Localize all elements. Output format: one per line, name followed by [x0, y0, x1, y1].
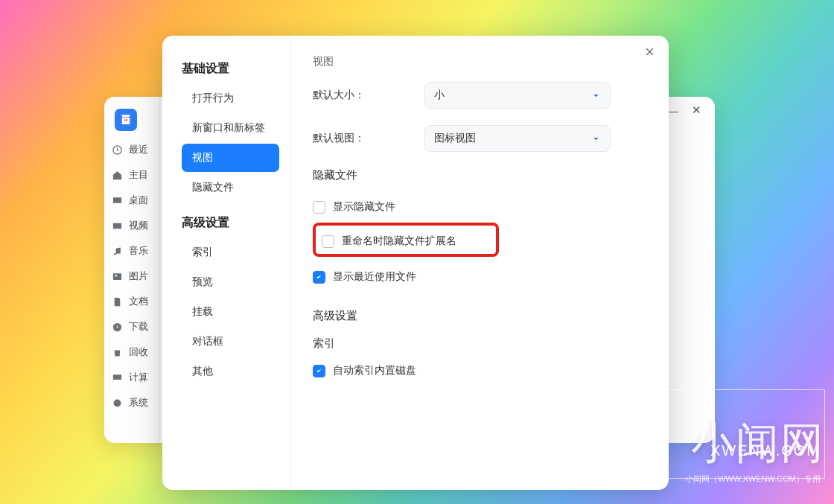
sidebar-item-desktop[interactable]: 桌面 [104, 188, 159, 213]
sidebar-item-label: 回收 [129, 345, 148, 359]
sidebar-item-documents[interactable]: 文档 [104, 289, 159, 314]
select-value: 图标视图 [434, 132, 476, 145]
svg-rect-2 [113, 197, 121, 203]
svg-rect-3 [113, 223, 121, 229]
svg-point-5 [118, 252, 121, 254]
file-manager-sidebar: 最近 主目 桌面 视频 音乐 图片 文档 下载 回收 计算 系统 [104, 97, 160, 443]
sidebar-item-music[interactable]: 音乐 [104, 238, 159, 264]
sidebar-item-label: 文档 [129, 295, 148, 308]
checkbox-label: 重命名时隐藏文件扩展名 [342, 235, 456, 248]
label-default-view: 默认视图： [313, 132, 424, 145]
nav-item-mount[interactable]: 挂载 [182, 298, 279, 326]
nav-item-hidden-files[interactable]: 隐藏文件 [182, 173, 279, 202]
settings-dialog: 基础设置 打开行为 新窗口和新标签 视图 隐藏文件 高级设置 索引 预览 挂载 … [162, 36, 669, 490]
checkbox-label: 显示隐藏文件 [333, 200, 395, 214]
checkbox-hide-ext-on-rename[interactable]: 重命名时隐藏文件扩展名 [322, 232, 490, 251]
sidebar-item-pictures[interactable]: 图片 [104, 264, 159, 289]
nav-item-preview[interactable]: 预览 [182, 268, 279, 296]
checkbox-show-hidden[interactable]: 显示隐藏文件 [313, 196, 646, 223]
sidebar-item-label: 主目 [129, 168, 148, 182]
sidebar-item-trash[interactable]: 回收 [104, 339, 159, 365]
nav-item-index[interactable]: 索引 [182, 238, 279, 267]
nav-item-view[interactable]: 视图 [182, 144, 279, 172]
sidebar-item-label: 系统 [129, 396, 148, 409]
checkbox-label: 自动索引内置磁盘 [333, 364, 416, 377]
highlight-annotation: 重命名时隐藏文件扩展名 [313, 223, 499, 257]
svg-point-4 [114, 253, 116, 255]
select-default-view[interactable]: 图标视图 [424, 125, 611, 152]
watermark-footer: 小闻网（WWW.XWENW.COM）专用 [685, 473, 821, 485]
app-logo-icon [115, 109, 137, 131]
sidebar-item-label: 下载 [129, 320, 148, 334]
svg-rect-9 [113, 374, 121, 380]
svg-point-10 [114, 399, 121, 406]
row-default-size: 默认大小： 小 [313, 82, 646, 109]
svg-rect-6 [113, 273, 121, 280]
nav-group-advanced-title: 高级设置 [182, 215, 279, 231]
sidebar-item-label: 图片 [129, 269, 148, 283]
label-default-size: 默认大小： [313, 89, 424, 102]
select-value: 小 [434, 89, 445, 102]
nav-item-open-behavior[interactable]: 打开行为 [182, 84, 279, 112]
sidebar-item-video[interactable]: 视频 [104, 213, 159, 238]
sidebar-item-label: 音乐 [129, 244, 148, 258]
checkbox-icon[interactable] [313, 271, 325, 284]
checkbox-auto-index[interactable]: 自动索引内置磁盘 [313, 360, 646, 386]
sidebar-item-label: 桌面 [129, 194, 148, 207]
section-advanced-title: 高级设置 [313, 309, 646, 323]
subsection-index-title: 索引 [313, 336, 646, 351]
chevron-down-icon [591, 91, 601, 101]
svg-rect-0 [124, 119, 128, 121]
chevron-down-icon [591, 134, 601, 144]
sidebar-item-label: 计算 [129, 371, 148, 384]
sidebar-item-recent[interactable]: 最近 [104, 137, 159, 162]
sidebar-item-computer[interactable]: 计算 [104, 365, 159, 390]
section-hidden-files-title: 隐藏文件 [313, 168, 646, 182]
nav-item-dialog[interactable]: 对话框 [182, 328, 279, 356]
sidebar-item-label: 视频 [129, 219, 148, 232]
dialog-close-button[interactable] [644, 46, 655, 60]
nav-item-new-window-tab[interactable]: 新窗口和新标签 [182, 114, 279, 142]
settings-content: 视图 默认大小： 小 默认视图： 图标视图 隐藏文件 显示隐藏文件 重命名时隐藏… [290, 36, 669, 490]
checkbox-icon[interactable] [322, 235, 334, 248]
row-default-view: 默认视图： 图标视图 [313, 125, 646, 152]
sidebar-item-system-disk[interactable]: 系统 [104, 390, 159, 415]
sidebar-item-home[interactable]: 主目 [104, 162, 159, 188]
partial-heading-view: 视图 [313, 55, 646, 68]
sidebar-item-label: 最近 [129, 143, 148, 156]
minimize-button[interactable]: — [667, 104, 678, 117]
nav-group-basic-title: 基础设置 [182, 61, 279, 77]
select-default-size[interactable]: 小 [424, 82, 611, 109]
settings-nav: 基础设置 打开行为 新窗口和新标签 视图 隐藏文件 高级设置 索引 预览 挂载 … [162, 36, 290, 490]
watermark-domain: XWENW.COM [710, 442, 821, 459]
sidebar-item-downloads[interactable]: 下载 [104, 314, 159, 339]
close-button[interactable]: ✕ [692, 103, 701, 117]
checkbox-show-recent[interactable]: 显示最近使用文件 [313, 266, 646, 293]
svg-point-7 [115, 275, 117, 277]
checkbox-icon[interactable] [313, 201, 325, 214]
nav-item-other[interactable]: 其他 [182, 357, 279, 386]
checkbox-icon[interactable] [313, 365, 325, 377]
checkbox-label: 显示最近使用文件 [333, 270, 416, 284]
